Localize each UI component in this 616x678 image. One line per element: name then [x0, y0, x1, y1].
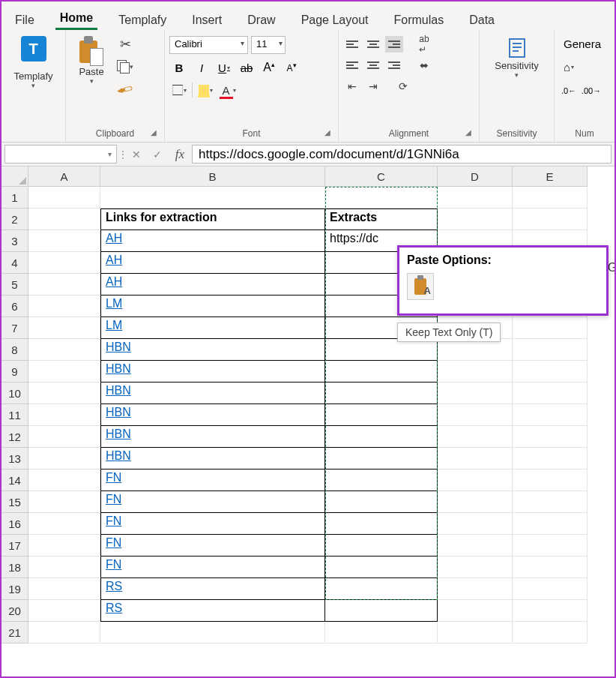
cell[interactable]: [325, 600, 438, 622]
cell[interactable]: RS: [100, 600, 325, 622]
align-left-button[interactable]: [343, 57, 361, 74]
merge-center-button[interactable]: ⬌: [415, 57, 433, 74]
tab-data[interactable]: Data: [465, 10, 499, 30]
increase-decimal-button[interactable]: .0←: [559, 82, 579, 100]
cell[interactable]: HBN: [100, 404, 325, 426]
cell[interactable]: [438, 426, 513, 448]
cut-button[interactable]: ✂: [117, 36, 133, 52]
row-header[interactable]: 14: [1, 470, 28, 491]
hyperlink[interactable]: LM: [106, 319, 122, 332]
cell[interactable]: [28, 600, 100, 622]
cell[interactable]: [28, 274, 100, 296]
cell[interactable]: [438, 448, 513, 470]
tab-draw[interactable]: Draw: [243, 10, 280, 30]
cell[interactable]: [28, 339, 100, 361]
cell[interactable]: FN: [100, 491, 325, 513]
name-box[interactable]: [4, 145, 117, 164]
cell[interactable]: [325, 470, 438, 491]
row-header[interactable]: 19: [1, 578, 28, 600]
hyperlink[interactable]: HBN: [106, 428, 131, 440]
dialog-launcher-icon[interactable]: ◢: [465, 128, 471, 136]
cell[interactable]: [28, 296, 100, 317]
cell[interactable]: [438, 513, 513, 535]
cell[interactable]: LM: [100, 296, 325, 317]
row-header[interactable]: 7: [1, 317, 28, 339]
cell[interactable]: [438, 187, 513, 208]
cell[interactable]: FN: [100, 556, 325, 578]
format-painter-button[interactable]: 🖌: [117, 81, 133, 98]
align-middle-button[interactable]: [364, 36, 382, 52]
cell[interactable]: [513, 600, 588, 622]
tab-page-layout[interactable]: Page Layout: [297, 10, 373, 30]
row-header[interactable]: 6: [1, 296, 28, 317]
cell[interactable]: [28, 470, 100, 491]
cell[interactable]: [438, 208, 513, 230]
cell[interactable]: [325, 513, 438, 535]
cell[interactable]: [28, 622, 100, 644]
cell[interactable]: [28, 361, 100, 382]
row-header[interactable]: 12: [1, 426, 28, 448]
tab-insert[interactable]: Insert: [187, 10, 226, 30]
cell[interactable]: AH: [100, 274, 325, 296]
orientation-button[interactable]: ⟳: [394, 78, 412, 94]
select-all-corner[interactable]: [1, 166, 28, 187]
align-right-button[interactable]: [385, 57, 403, 74]
cell[interactable]: [513, 491, 588, 513]
cell[interactable]: FN: [100, 535, 325, 556]
hyperlink[interactable]: FN: [106, 493, 121, 506]
cell[interactable]: Extracts: [325, 208, 438, 230]
templafy-button[interactable]: T Templafy ▾: [9, 33, 57, 92]
cell[interactable]: [513, 578, 588, 600]
number-format-select[interactable]: Genera: [559, 36, 606, 52]
hyperlink[interactable]: HBN: [106, 340, 131, 353]
column-header[interactable]: B: [100, 166, 325, 187]
formula-bar[interactable]: https://docs.google.com/document/d/1GNNi…: [192, 145, 612, 164]
hyperlink[interactable]: RS: [106, 602, 122, 614]
cell[interactable]: [325, 187, 438, 208]
cell[interactable]: Links for extraction: [100, 208, 325, 230]
row-header[interactable]: 16: [1, 513, 28, 535]
bold-button[interactable]: B: [169, 58, 189, 76]
row-header[interactable]: 11: [1, 404, 28, 426]
cell[interactable]: [438, 622, 513, 644]
cell[interactable]: [100, 622, 325, 644]
cell[interactable]: [28, 208, 100, 230]
cell[interactable]: [438, 339, 513, 361]
cell[interactable]: [513, 404, 588, 426]
cell[interactable]: [513, 535, 588, 556]
hyperlink[interactable]: HBN: [106, 449, 131, 462]
cell[interactable]: [325, 535, 438, 556]
cell[interactable]: [325, 622, 438, 644]
cell[interactable]: LM: [100, 317, 325, 339]
cell[interactable]: HBN: [100, 361, 325, 382]
grow-font-button[interactable]: A▴: [259, 58, 279, 76]
cell[interactable]: [28, 556, 100, 578]
align-top-button[interactable]: [343, 36, 361, 52]
row-header[interactable]: 8: [1, 339, 28, 361]
hyperlink[interactable]: AH: [106, 254, 122, 266]
enter-formula-button[interactable]: ✓: [147, 142, 168, 166]
cell[interactable]: [325, 361, 438, 382]
hyperlink[interactable]: HBN: [106, 362, 131, 375]
cell[interactable]: [438, 382, 513, 404]
hyperlink[interactable]: FN: [106, 536, 121, 549]
font-color-button[interactable]: A: [218, 81, 238, 99]
hyperlink[interactable]: FN: [106, 558, 121, 571]
fx-icon[interactable]: fx: [168, 142, 192, 166]
cell[interactable]: [28, 513, 100, 535]
cell[interactable]: [28, 382, 100, 404]
sensitivity-button[interactable]: Sensitivity ▾: [490, 33, 543, 82]
increase-indent-button[interactable]: ⇥: [364, 78, 382, 94]
cell[interactable]: [438, 404, 513, 426]
font-name-select[interactable]: Calibri: [169, 36, 248, 54]
cell[interactable]: [438, 578, 513, 600]
cell[interactable]: [513, 513, 588, 535]
cell[interactable]: [28, 252, 100, 274]
borders-button[interactable]: [169, 81, 189, 99]
strikethrough-button[interactable]: ab: [237, 58, 256, 76]
row-header[interactable]: 18: [1, 556, 28, 578]
dialog-launcher-icon[interactable]: ◢: [151, 128, 157, 136]
font-size-select[interactable]: 11: [251, 36, 286, 54]
cell[interactable]: [513, 382, 588, 404]
row-header[interactable]: 1: [1, 187, 28, 208]
